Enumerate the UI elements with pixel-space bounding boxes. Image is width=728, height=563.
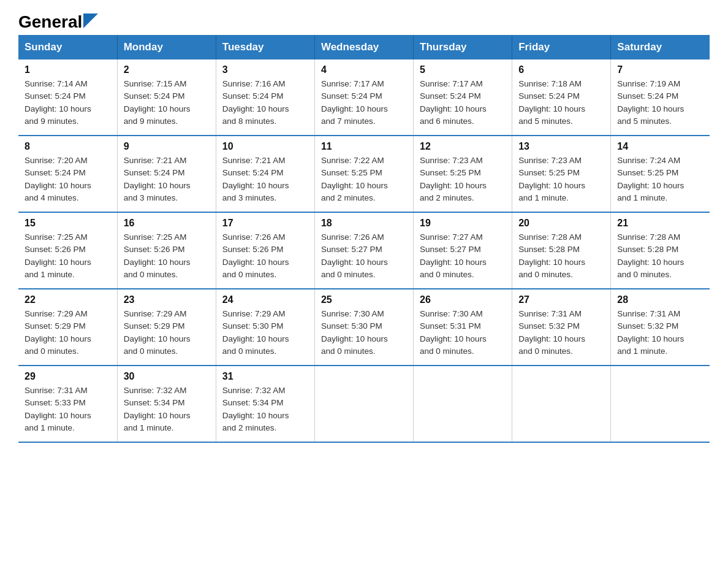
calendar-table: SundayMondayTuesdayWednesdayThursdayFrid… — [18, 35, 710, 443]
calendar-cell: 2Sunrise: 7:15 AM Sunset: 5:24 PM Daylig… — [117, 59, 216, 136]
day-info: Sunrise: 7:21 AM Sunset: 5:24 PM Dayligh… — [222, 155, 308, 204]
day-number: 17 — [222, 218, 308, 229]
calendar-cell — [414, 366, 512, 442]
calendar-cell: 27Sunrise: 7:31 AM Sunset: 5:32 PM Dayli… — [512, 289, 611, 366]
calendar-cell: 28Sunrise: 7:31 AM Sunset: 5:32 PM Dayli… — [611, 289, 710, 366]
calendar-cell: 11Sunrise: 7:22 AM Sunset: 5:25 PM Dayli… — [314, 136, 413, 212]
day-info: Sunrise: 7:29 AM Sunset: 5:30 PM Dayligh… — [222, 308, 308, 358]
calendar-cell: 26Sunrise: 7:30 AM Sunset: 5:31 PM Dayli… — [414, 289, 512, 366]
calendar-cell: 17Sunrise: 7:26 AM Sunset: 5:26 PM Dayli… — [216, 212, 314, 289]
day-number: 31 — [222, 371, 308, 382]
day-header-saturday: Saturday — [611, 35, 710, 59]
day-info: Sunrise: 7:27 AM Sunset: 5:27 PM Dayligh… — [420, 231, 506, 281]
day-header-tuesday: Tuesday — [216, 35, 314, 59]
day-number: 5 — [420, 64, 506, 75]
calendar-cell: 14Sunrise: 7:24 AM Sunset: 5:25 PM Dayli… — [611, 136, 710, 212]
calendar-week-row: 29Sunrise: 7:31 AM Sunset: 5:33 PM Dayli… — [18, 366, 710, 442]
calendar-cell: 30Sunrise: 7:32 AM Sunset: 5:34 PM Dayli… — [117, 366, 216, 442]
day-info: Sunrise: 7:17 AM Sunset: 5:24 PM Dayligh… — [420, 78, 506, 128]
day-info: Sunrise: 7:25 AM Sunset: 5:26 PM Dayligh… — [124, 231, 210, 281]
calendar-cell: 18Sunrise: 7:26 AM Sunset: 5:27 PM Dayli… — [314, 212, 413, 289]
calendar-cell: 29Sunrise: 7:31 AM Sunset: 5:33 PM Dayli… — [18, 366, 117, 442]
day-info: Sunrise: 7:31 AM Sunset: 5:32 PM Dayligh… — [518, 308, 604, 358]
calendar-cell: 25Sunrise: 7:30 AM Sunset: 5:30 PM Dayli… — [314, 289, 413, 366]
day-info: Sunrise: 7:23 AM Sunset: 5:25 PM Dayligh… — [420, 155, 506, 204]
logo: General — [18, 12, 98, 29]
day-info: Sunrise: 7:14 AM Sunset: 5:24 PM Dayligh… — [25, 78, 111, 128]
calendar-cell: 31Sunrise: 7:32 AM Sunset: 5:34 PM Dayli… — [216, 366, 314, 442]
day-info: Sunrise: 7:30 AM Sunset: 5:30 PM Dayligh… — [321, 308, 407, 358]
calendar-week-row: 8Sunrise: 7:20 AM Sunset: 5:24 PM Daylig… — [18, 136, 710, 212]
calendar-cell: 8Sunrise: 7:20 AM Sunset: 5:24 PM Daylig… — [18, 136, 117, 212]
calendar-cell: 1Sunrise: 7:14 AM Sunset: 5:24 PM Daylig… — [18, 59, 117, 136]
calendar-cell: 13Sunrise: 7:23 AM Sunset: 5:25 PM Dayli… — [512, 136, 611, 212]
day-number: 22 — [25, 294, 111, 305]
day-info: Sunrise: 7:22 AM Sunset: 5:25 PM Dayligh… — [321, 155, 407, 204]
day-info: Sunrise: 7:29 AM Sunset: 5:29 PM Dayligh… — [25, 308, 111, 358]
day-info: Sunrise: 7:18 AM Sunset: 5:24 PM Dayligh… — [518, 78, 604, 128]
calendar-cell: 21Sunrise: 7:28 AM Sunset: 5:28 PM Dayli… — [611, 212, 710, 289]
day-info: Sunrise: 7:17 AM Sunset: 5:24 PM Dayligh… — [321, 78, 407, 128]
calendar-cell: 4Sunrise: 7:17 AM Sunset: 5:24 PM Daylig… — [314, 59, 413, 136]
calendar-cell: 15Sunrise: 7:25 AM Sunset: 5:26 PM Dayli… — [18, 212, 117, 289]
day-number: 2 — [124, 64, 210, 75]
day-header-wednesday: Wednesday — [314, 35, 413, 59]
day-info: Sunrise: 7:23 AM Sunset: 5:25 PM Dayligh… — [518, 155, 604, 204]
logo-triangle-icon — [83, 13, 98, 28]
calendar-cell: 6Sunrise: 7:18 AM Sunset: 5:24 PM Daylig… — [512, 59, 611, 136]
day-info: Sunrise: 7:32 AM Sunset: 5:34 PM Dayligh… — [222, 385, 308, 434]
calendar-cell: 22Sunrise: 7:29 AM Sunset: 5:29 PM Dayli… — [18, 289, 117, 366]
day-number: 23 — [124, 294, 210, 305]
day-number: 13 — [518, 141, 604, 152]
day-number: 16 — [124, 218, 210, 229]
calendar-cell: 23Sunrise: 7:29 AM Sunset: 5:29 PM Dayli… — [117, 289, 216, 366]
day-number: 26 — [420, 294, 506, 305]
calendar-cell — [314, 366, 413, 442]
day-number: 27 — [518, 294, 604, 305]
day-info: Sunrise: 7:26 AM Sunset: 5:26 PM Dayligh… — [222, 231, 308, 281]
day-header-sunday: Sunday — [18, 35, 117, 59]
day-number: 4 — [321, 64, 407, 75]
calendar-cell: 12Sunrise: 7:23 AM Sunset: 5:25 PM Dayli… — [414, 136, 512, 212]
calendar-cell: 16Sunrise: 7:25 AM Sunset: 5:26 PM Dayli… — [117, 212, 216, 289]
day-number: 29 — [25, 371, 111, 382]
calendar-cell: 10Sunrise: 7:21 AM Sunset: 5:24 PM Dayli… — [216, 136, 314, 212]
day-number: 11 — [321, 141, 407, 152]
day-number: 25 — [321, 294, 407, 305]
day-number: 12 — [420, 141, 506, 152]
day-info: Sunrise: 7:21 AM Sunset: 5:24 PM Dayligh… — [124, 155, 210, 204]
day-number: 6 — [518, 64, 604, 75]
day-number: 20 — [518, 218, 604, 229]
page-header: General — [18, 12, 710, 29]
day-info: Sunrise: 7:20 AM Sunset: 5:24 PM Dayligh… — [25, 155, 111, 204]
calendar-cell: 3Sunrise: 7:16 AM Sunset: 5:24 PM Daylig… — [216, 59, 314, 136]
day-header-friday: Friday — [512, 35, 611, 59]
day-info: Sunrise: 7:30 AM Sunset: 5:31 PM Dayligh… — [420, 308, 506, 358]
day-number: 1 — [25, 64, 111, 75]
day-info: Sunrise: 7:24 AM Sunset: 5:25 PM Dayligh… — [617, 155, 703, 204]
logo-general: General — [18, 12, 82, 32]
day-info: Sunrise: 7:31 AM Sunset: 5:32 PM Dayligh… — [617, 308, 703, 358]
day-number: 8 — [25, 141, 111, 152]
day-number: 19 — [420, 218, 506, 229]
day-number: 28 — [617, 294, 703, 305]
day-number: 14 — [617, 141, 703, 152]
day-number: 30 — [124, 371, 210, 382]
day-number: 24 — [222, 294, 308, 305]
day-info: Sunrise: 7:16 AM Sunset: 5:24 PM Dayligh… — [222, 78, 308, 128]
calendar-cell: 24Sunrise: 7:29 AM Sunset: 5:30 PM Dayli… — [216, 289, 314, 366]
day-number: 18 — [321, 218, 407, 229]
day-header-thursday: Thursday — [414, 35, 512, 59]
calendar-cell — [512, 366, 611, 442]
day-info: Sunrise: 7:15 AM Sunset: 5:24 PM Dayligh… — [124, 78, 210, 128]
calendar-cell: 20Sunrise: 7:28 AM Sunset: 5:28 PM Dayli… — [512, 212, 611, 289]
calendar-week-row: 15Sunrise: 7:25 AM Sunset: 5:26 PM Dayli… — [18, 212, 710, 289]
calendar-week-row: 1Sunrise: 7:14 AM Sunset: 5:24 PM Daylig… — [18, 59, 710, 136]
day-header-monday: Monday — [117, 35, 216, 59]
day-number: 9 — [124, 141, 210, 152]
calendar-cell: 19Sunrise: 7:27 AM Sunset: 5:27 PM Dayli… — [414, 212, 512, 289]
calendar-week-row: 22Sunrise: 7:29 AM Sunset: 5:29 PM Dayli… — [18, 289, 710, 366]
calendar-cell: 7Sunrise: 7:19 AM Sunset: 5:24 PM Daylig… — [611, 59, 710, 136]
day-number: 21 — [617, 218, 703, 229]
calendar-cell: 9Sunrise: 7:21 AM Sunset: 5:24 PM Daylig… — [117, 136, 216, 212]
